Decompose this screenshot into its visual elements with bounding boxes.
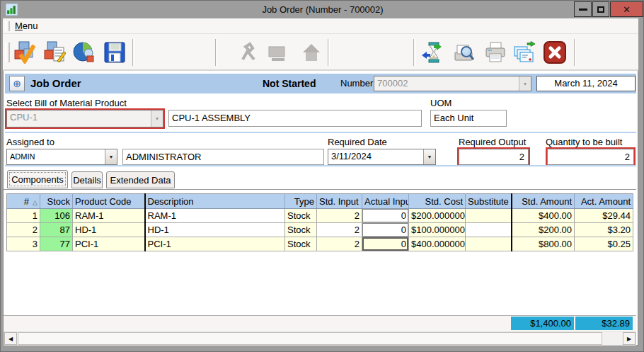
toolbar-separator bbox=[328, 39, 330, 66]
col-header-actual-input[interactable]: Actual Input bbox=[362, 194, 409, 209]
col-header-type[interactable]: Type bbox=[285, 194, 317, 209]
cell-actual-input[interactable]: 0 bbox=[362, 237, 409, 251]
scroll-right-button[interactable]: ▶ bbox=[623, 332, 636, 345]
menu-grip bbox=[5, 21, 10, 31]
menu-item-menu[interactable]: Menu bbox=[15, 18, 38, 34]
analysis-button[interactable] bbox=[71, 39, 98, 66]
cell-num: 3 bbox=[7, 237, 40, 251]
preview-button[interactable] bbox=[451, 39, 478, 66]
window-button-disabled bbox=[265, 39, 292, 66]
table-header-row[interactable]: #△ Stock Product Code Description Type S… bbox=[7, 194, 633, 209]
scrollbar-thumb[interactable] bbox=[18, 332, 602, 345]
maximize-button[interactable] bbox=[592, 1, 609, 17]
cell-stock: 77 bbox=[40, 237, 73, 251]
horizontal-scrollbar[interactable]: ◀ ▶ bbox=[4, 331, 636, 346]
cell-std-amount: $800.00 bbox=[512, 237, 575, 251]
cell-stock: 106 bbox=[40, 209, 73, 223]
toolbar bbox=[3, 34, 638, 71]
assigned-to-label: Assigned to bbox=[6, 137, 54, 147]
col-header-std-input[interactable]: Std. Input bbox=[317, 194, 362, 209]
cubes-check-icon bbox=[13, 41, 35, 64]
job-order-window: Job Order (Number - 700002) ✕ Menu bbox=[0, 0, 644, 352]
tools-gray-icon bbox=[238, 41, 261, 64]
sort-ascending-icon: △ bbox=[33, 199, 38, 206]
tab-components[interactable]: Components bbox=[7, 170, 68, 188]
chevron-down-icon: ▼ bbox=[105, 149, 117, 164]
hourglass-arrows-icon bbox=[420, 41, 443, 64]
separator-line bbox=[5, 165, 636, 166]
assigned-to-value: ADMIN bbox=[7, 149, 105, 164]
printer-icon bbox=[484, 41, 507, 64]
status-text: Not Started bbox=[263, 74, 316, 93]
table-row[interactable]: 1106RAM-1RAM-1Stock20$200.000000$400.00$… bbox=[7, 209, 633, 223]
col-header-num[interactable]: #△ bbox=[7, 194, 40, 209]
cell-num: 1 bbox=[7, 209, 40, 223]
cell-std-cost: $200.000000 bbox=[409, 209, 466, 223]
required-date-value: 3/11/2024 bbox=[328, 149, 423, 164]
save-button[interactable] bbox=[101, 39, 128, 66]
cell-description[interactable]: HD-1 bbox=[145, 223, 285, 237]
scroll-left-button[interactable]: ◀ bbox=[4, 332, 17, 345]
chevron-down-icon: ▼ bbox=[423, 149, 435, 164]
col-header-std-cost[interactable]: Std. Cost bbox=[409, 194, 466, 209]
number-label: Number bbox=[340, 74, 373, 93]
copy-send-button[interactable] bbox=[511, 39, 538, 66]
cell-num: 2 bbox=[7, 223, 40, 237]
titlebar[interactable]: Job Order (Number - 700002) ✕ bbox=[1, 1, 644, 18]
toolbar-separator bbox=[413, 39, 415, 66]
close-window-button[interactable]: ✕ bbox=[610, 1, 643, 17]
col-header-stock[interactable]: Stock bbox=[40, 194, 73, 209]
cell-stock: 87 bbox=[40, 223, 73, 237]
required-output-highlight-box: 2 bbox=[457, 147, 530, 166]
col-header-std-amount[interactable]: Std. Amount bbox=[512, 194, 575, 209]
cell-act-amount: $0.25 bbox=[575, 237, 633, 251]
tab-strip-line bbox=[4, 189, 636, 190]
minimize-button[interactable] bbox=[574, 1, 592, 17]
home-gray-icon bbox=[300, 41, 323, 64]
toolbar-separator bbox=[132, 39, 134, 66]
process-button[interactable] bbox=[418, 39, 445, 66]
table-row[interactable]: 287HD-1HD-1Stock20$100.000000$200.00$3.2… bbox=[7, 223, 633, 237]
tab-details[interactable]: Details bbox=[71, 171, 103, 188]
floppy-disk-icon bbox=[103, 41, 126, 64]
required-output-field[interactable]: 2 bbox=[459, 149, 529, 165]
expand-button[interactable]: ⊕ bbox=[9, 76, 25, 91]
components-table: #△ Stock Product Code Description Type S… bbox=[6, 193, 633, 251]
cell-std-cost: $400.000000 bbox=[409, 237, 466, 251]
print-button[interactable] bbox=[482, 39, 509, 66]
assigned-to-combo[interactable]: ADMIN ▼ bbox=[6, 149, 117, 165]
cell-description[interactable]: RAM-1 bbox=[145, 209, 285, 223]
scroll-left-icon: ◀ bbox=[8, 336, 13, 342]
expand-icon: ⊕ bbox=[13, 78, 21, 89]
envelopes-arrow-icon bbox=[513, 41, 536, 64]
new-job-button[interactable] bbox=[11, 39, 38, 66]
chevron-down-icon: ▼ bbox=[519, 76, 531, 91]
cell-description[interactable]: PCI-1 bbox=[145, 237, 285, 251]
close-form-button[interactable] bbox=[541, 39, 568, 66]
total-std-amount: $1,400.00 bbox=[511, 317, 574, 330]
col-header-description[interactable]: Description bbox=[145, 194, 285, 209]
qty-highlight-box: 2 bbox=[546, 147, 636, 166]
tab-extended-data[interactable]: Extended Data bbox=[106, 171, 175, 188]
required-date-label: Required Date bbox=[328, 137, 387, 147]
qty-to-build-field[interactable]: 2 bbox=[547, 149, 634, 165]
cell-type: Stock bbox=[285, 209, 317, 223]
bom-highlight-box: CPU-1 ▼ bbox=[5, 108, 165, 129]
number-combo: 700002 ▼ bbox=[374, 76, 531, 91]
col-header-substitute[interactable]: Substitute bbox=[466, 194, 512, 209]
window-title: Job Order (Number - 700002) bbox=[1, 1, 644, 18]
col-header-product-code[interactable]: Product Code bbox=[73, 194, 145, 209]
toolbar-grip bbox=[5, 42, 10, 62]
bom-value: CPU-1 bbox=[7, 110, 151, 127]
page-title: Job Order bbox=[30, 74, 81, 93]
cell-actual-input[interactable]: 0 bbox=[362, 223, 409, 237]
bom-description-field[interactable]: CPU-1 ASSEMBLY bbox=[168, 110, 422, 127]
cell-act-amount: $29.44 bbox=[575, 209, 633, 223]
col-header-act-amount[interactable]: Act. Amount bbox=[575, 194, 633, 209]
required-date-combo[interactable]: 3/11/2024 ▼ bbox=[328, 149, 436, 165]
edit-job-button[interactable] bbox=[41, 39, 68, 66]
cell-actual-input[interactable]: 0 bbox=[362, 209, 409, 223]
tools-button-disabled bbox=[236, 39, 263, 66]
table-row[interactable]: 377PCI-1PCI-1Stock20$400.000000$800.00$0… bbox=[7, 237, 633, 251]
cell-substitute bbox=[466, 237, 512, 251]
